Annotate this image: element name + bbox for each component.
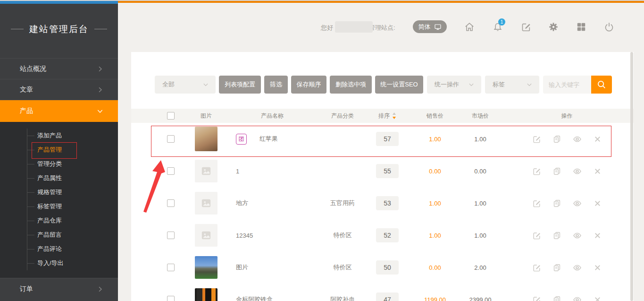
sale-price: 1199.00 xyxy=(410,296,460,301)
row-checkbox[interactable] xyxy=(167,167,175,175)
grid-apps-icon[interactable] xyxy=(576,22,586,32)
search-button[interactable] xyxy=(591,76,612,94)
edit-icon[interactable] xyxy=(532,199,541,208)
row-checkbox[interactable] xyxy=(167,264,175,271)
copy-icon[interactable] xyxy=(552,199,561,208)
thumbnail-cell xyxy=(188,224,225,247)
edit-icon[interactable] xyxy=(532,135,541,144)
table-row: 金标阿胶铁盒 阿胶补血 47 1199.00 2399.00 xyxy=(131,284,634,301)
thumbnail-cell xyxy=(188,192,225,215)
delete-icon[interactable] xyxy=(593,199,602,208)
sidebar-item-orders[interactable]: 订单 xyxy=(0,278,118,300)
sort-value[interactable]: 57 xyxy=(376,132,399,146)
preview-icon[interactable] xyxy=(573,135,582,144)
copy-icon[interactable] xyxy=(552,295,561,301)
submenu-product-management[interactable]: 产品管理 xyxy=(27,143,118,157)
delete-icon[interactable] xyxy=(593,263,602,272)
submenu-product-attributes[interactable]: 产品属性 xyxy=(27,171,118,185)
filter-all-dropdown[interactable]: 全部 xyxy=(155,76,216,94)
sort-value[interactable]: 55 xyxy=(376,164,399,178)
submenu-import-export[interactable]: 导入/导出 xyxy=(27,256,118,270)
preview-icon[interactable] xyxy=(573,295,582,301)
top-header: 您好 管理站点: 简体 1 xyxy=(118,0,644,52)
power-icon[interactable] xyxy=(604,22,614,32)
sort-cell: 50 xyxy=(365,260,410,275)
sidebar-item-site-overview[interactable]: 站点概况 xyxy=(0,58,118,79)
product-name: 地方 xyxy=(236,199,248,207)
sort-value[interactable]: 50 xyxy=(376,260,399,275)
preview-icon[interactable] xyxy=(573,167,582,176)
sort-value[interactable]: 47 xyxy=(376,292,399,301)
copy-icon[interactable] xyxy=(552,263,561,272)
search-input[interactable] xyxy=(543,76,591,94)
tag-dropdown[interactable]: 标签 xyxy=(485,76,539,94)
submenu-tag-management[interactable]: 标签管理 xyxy=(27,199,118,214)
submenu-product-messages[interactable]: 产品留言 xyxy=(27,228,118,242)
monitor-icon xyxy=(434,23,442,31)
row-checkbox[interactable] xyxy=(167,296,175,301)
product-name-cell: 金标阿胶铁盒 xyxy=(225,295,320,301)
chevron-down-icon xyxy=(468,81,475,88)
edit-icon[interactable] xyxy=(532,263,541,272)
filter-button[interactable]: 筛选 xyxy=(264,76,288,94)
toolbar: 全部 列表项配置 筛选 保存顺序 删除选中项 统一设置SEO 统一操作 标签 xyxy=(131,76,634,94)
delete-icon[interactable] xyxy=(593,167,602,176)
submenu-spec-management[interactable]: 规格管理 xyxy=(27,185,118,199)
edit-icon[interactable] xyxy=(532,231,541,240)
market-price: 0.00 xyxy=(460,168,500,175)
preview-icon[interactable] xyxy=(573,199,582,208)
compose-icon[interactable] xyxy=(521,22,531,32)
product-name: 图片 xyxy=(236,263,248,272)
topbar-blue-strip xyxy=(0,1,118,4)
sort-cell: 53 xyxy=(365,196,410,210)
save-order-button[interactable]: 保存顺序 xyxy=(291,76,326,94)
delete-icon[interactable] xyxy=(593,135,602,144)
submenu-add-product[interactable]: 添加产品 xyxy=(27,129,118,143)
submenu-product-reviews[interactable]: 产品评论 xyxy=(27,242,118,256)
products-submenu: 添加产品 产品管理 管理分类 产品属性 规格管理 标签管理 产品仓库 产品留言 … xyxy=(0,122,118,278)
row-checkbox[interactable] xyxy=(167,232,175,239)
submenu-label: 产品管理 xyxy=(37,146,62,154)
gear-icon[interactable] xyxy=(548,22,559,32)
select-all-checkbox[interactable] xyxy=(167,112,175,120)
submenu-label: 产品仓库 xyxy=(37,216,62,225)
delete-icon[interactable] xyxy=(593,231,602,240)
row-actions xyxy=(500,263,634,272)
set-seo-button[interactable]: 统一设置SEO xyxy=(375,76,423,94)
sale-price: 1.00 xyxy=(410,232,460,239)
row-checkbox[interactable] xyxy=(167,199,175,207)
sort-value[interactable]: 52 xyxy=(376,228,399,242)
product-category: 特价区 xyxy=(320,231,365,240)
row-checkbox-cell xyxy=(131,135,188,143)
copy-icon[interactable] xyxy=(552,135,561,144)
sidebar-item-articles[interactable]: 文章 xyxy=(0,79,118,100)
row-checkbox[interactable] xyxy=(167,135,175,143)
row-checkbox-cell xyxy=(131,232,188,239)
home-icon[interactable] xyxy=(464,22,475,32)
preview-icon[interactable] xyxy=(573,263,582,272)
product-thumbnail xyxy=(195,127,217,151)
delete-icon[interactable] xyxy=(593,295,602,301)
submenu-product-warehouse[interactable]: 产品仓库 xyxy=(27,214,118,228)
list-config-button[interactable]: 列表项配置 xyxy=(219,76,261,94)
tag-dropdown-value: 标签 xyxy=(493,80,505,89)
language-switch-button[interactable]: 简体 xyxy=(413,20,447,33)
product-category: 特价区 xyxy=(320,263,365,272)
copy-icon[interactable] xyxy=(552,231,561,240)
edit-icon[interactable] xyxy=(532,167,541,176)
sort-arrows-icon[interactable] xyxy=(392,112,396,120)
sidebar-item-products[interactable]: 产品 xyxy=(0,100,118,122)
edit-icon[interactable] xyxy=(532,295,541,301)
row-actions xyxy=(500,167,634,176)
sort-value[interactable]: 53 xyxy=(376,196,399,210)
submenu-manage-categories[interactable]: 管理分类 xyxy=(27,157,118,171)
preview-icon[interactable] xyxy=(573,231,582,240)
table-row: 团 红苹果 57 1.00 1.00 xyxy=(131,123,634,155)
col-sort[interactable]: 排序 xyxy=(365,112,410,120)
batch-operation-dropdown[interactable]: 统一操作 xyxy=(427,76,481,94)
notifications-bell[interactable]: 1 xyxy=(493,22,503,32)
delete-selected-button[interactable]: 删除选中项 xyxy=(330,76,372,94)
sale-price: 0.00 xyxy=(410,264,460,271)
vertical-scrollbar[interactable] xyxy=(630,52,633,301)
copy-icon[interactable] xyxy=(552,167,561,176)
